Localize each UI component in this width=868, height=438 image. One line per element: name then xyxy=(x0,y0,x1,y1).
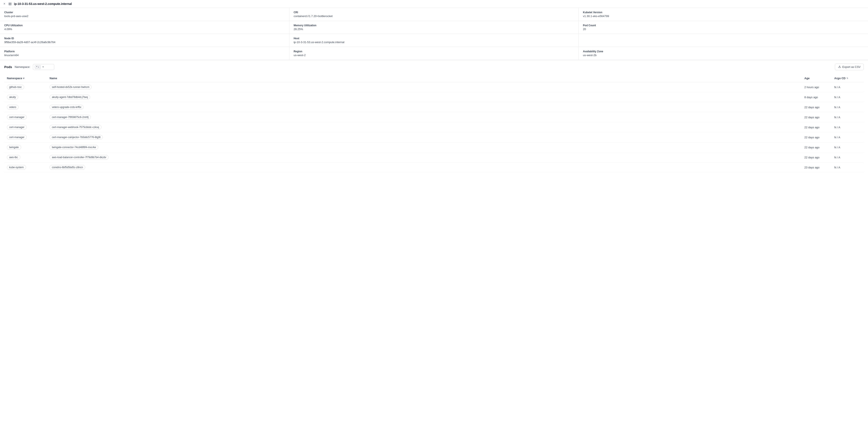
pods-table-container: Namespace ▾ Name Age Argo CD xyxy=(0,74,868,172)
info-cell: Pod Count20 xyxy=(579,21,868,34)
pod-name-cell: cert-manager-7f959875c6-2mhfj xyxy=(47,112,802,122)
table-row: aws-lbcaws-load-balancer-controller-7f79… xyxy=(4,153,864,162)
table-row: akuityakuity-agent-7dbd78db4d-j7twq8 day… xyxy=(4,92,864,102)
pod-name-pill: twingate-connector-74cd48f8f4-mxc4w xyxy=(50,145,98,149)
info-value: us-west-2b xyxy=(583,54,864,57)
namespace-filter-icon[interactable]: ▾ xyxy=(23,77,24,80)
pods-section: Pods Namespace: * × ▾ Export as CSV xyxy=(0,60,868,74)
info-value: linux/arm64 xyxy=(4,54,285,57)
pods-table: Namespace ▾ Name Age Argo CD xyxy=(4,74,864,172)
namespace-cell: twingate xyxy=(4,142,47,153)
node-title: ip-10-3-31-53.us-west-2.compute.internal xyxy=(14,2,72,5)
pods-title: Pods xyxy=(4,65,12,69)
pod-name-pill: akuity-agent-7dbd78db4d-j7twq xyxy=(50,95,90,99)
pod-name-cell: twingate-connector-74cd48f8f4-mxc4w xyxy=(47,142,802,153)
pod-name-cell: cert-manager-webhook-7575cbbdc-czksq xyxy=(47,122,802,132)
info-label: Node ID xyxy=(4,37,285,40)
pod-name-pill: aws-load-balancer-controller-7f79d9b7b4-… xyxy=(50,155,108,160)
info-value: 9f9be359-da28-4d07-ac4f-2c26a6c9b764 xyxy=(4,40,285,44)
table-row: github-rsscself-hosted-dx52k-runner-hwhc… xyxy=(4,82,864,92)
pod-name-pill: self-hosted-dx52k-runner-hwhcm xyxy=(50,85,92,90)
namespace-selector[interactable]: * × ▾ xyxy=(33,64,54,70)
age-cell: 2 hours ago xyxy=(802,82,832,92)
namespace-pill: kube-system xyxy=(7,165,26,170)
pod-name-cell: akuity-agent-7dbd78db4d-j7twq xyxy=(47,92,802,102)
argocd-cell: N / A xyxy=(832,92,864,102)
table-body: github-rsscself-hosted-dx52k-runner-hwhc… xyxy=(4,82,864,172)
namespace-cell: cert-manager xyxy=(4,132,47,142)
pod-name-cell: self-hosted-dx52k-runner-hwhcm xyxy=(47,82,802,92)
info-cell: CPU Utilization4.09% xyxy=(0,21,289,34)
info-label: Availability Zone xyxy=(583,50,864,53)
info-cell: Memory Utilization28.25% xyxy=(289,21,579,34)
info-label: Cluster xyxy=(4,11,285,14)
col-header-age: Age xyxy=(802,74,832,82)
info-cell: Hostip-10-3-31-53.us-west-2.compute.inte… xyxy=(289,34,579,47)
namespace-tag: * × xyxy=(35,65,41,69)
namespace-cell: cert-manager xyxy=(4,112,47,122)
pod-name-cell: coredns-6bf5d5bd5c-z8ncn xyxy=(47,162,802,172)
info-cell: Kubelet Versionv1.30.1-eks-e564799 xyxy=(579,8,868,21)
info-value: us-west-2 xyxy=(294,54,574,57)
info-grid: Clustertools-prd-aws-usw2CRIcontainerd:/… xyxy=(0,8,868,60)
info-value: tools-prd-aws-usw2 xyxy=(4,14,285,18)
info-cell: Clustertools-prd-aws-usw2 xyxy=(0,8,289,21)
namespace-cell: cert-manager xyxy=(4,122,47,132)
table-row: cert-managercert-manager-cainjector-7b5d… xyxy=(4,132,864,142)
argocd-cell: N / A xyxy=(832,122,864,132)
pod-name-pill: velero-upgrade-crds-krf6x xyxy=(50,105,84,109)
age-cell: 22 days ago xyxy=(802,132,832,142)
age-cell: 8 days ago xyxy=(802,92,832,102)
age-cell: 22 days ago xyxy=(802,153,832,162)
namespace-pill: cert-manager xyxy=(7,115,27,120)
table-row: cert-managercert-manager-7f959875c6-2mhf… xyxy=(4,112,864,122)
argocd-sort-icon: ⇅ xyxy=(846,77,848,79)
argocd-cell: N / A xyxy=(832,82,864,92)
argocd-cell: N / A xyxy=(832,162,864,172)
table-row: velerovelero-upgrade-crds-krf6x22 days a… xyxy=(4,102,864,112)
info-cell: Platformlinux/arm64 xyxy=(0,47,289,60)
table-row: cert-managercert-manager-webhook-7575cbb… xyxy=(4,122,864,132)
age-cell: 22 days ago xyxy=(802,142,832,153)
info-cell: Availability Zoneus-west-2b xyxy=(579,47,868,60)
info-value: 20 xyxy=(583,28,864,31)
title-bar: × ip-10-3-31-53.us-west-2.compute.intern… xyxy=(0,0,868,8)
info-label: Platform xyxy=(4,50,285,53)
namespace-cell: akuity xyxy=(4,92,47,102)
namespace-pill: velero xyxy=(7,105,19,109)
pod-name-cell: aws-load-balancer-controller-7f79d9b7b4-… xyxy=(47,153,802,162)
pod-name-pill: cert-manager-webhook-7575cbbdc-czksq xyxy=(50,125,101,130)
info-label: Pod Count xyxy=(583,24,864,27)
info-cell: CRIcontainerd://1.7.20+bottlerocket xyxy=(289,8,579,21)
col-header-name: Name xyxy=(47,74,802,82)
info-label: Kubelet Version xyxy=(583,11,864,14)
argocd-cell: N / A xyxy=(832,132,864,142)
info-value: v1.30.1-eks-e564799 xyxy=(583,14,864,18)
pod-name-pill: cert-manager-7f959875c6-2mhfj xyxy=(50,115,91,120)
pod-name-cell: velero-upgrade-crds-krf6x xyxy=(47,102,802,112)
close-button[interactable]: × xyxy=(3,2,5,5)
info-label: Region xyxy=(294,50,574,53)
col-header-namespace: Namespace ▾ xyxy=(4,74,47,82)
chevron-down-icon: ▾ xyxy=(42,66,44,68)
namespace-pill: akuity xyxy=(7,95,18,99)
info-value: 4.09% xyxy=(4,28,285,31)
table-header: Namespace ▾ Name Age Argo CD xyxy=(4,74,864,82)
server-icon xyxy=(8,2,12,5)
export-label: Export as CSV xyxy=(842,65,861,69)
col-header-argocd[interactable]: Argo CD ⇅ xyxy=(832,74,864,82)
info-label: CPU Utilization xyxy=(4,24,285,27)
pod-name-pill: coredns-6bf5d5bd5c-z8ncn xyxy=(50,165,85,170)
namespace-cell: github-rssc xyxy=(4,82,47,92)
info-value: containerd://1.7.20+bottlerocket xyxy=(294,14,574,18)
age-cell: 22 days ago xyxy=(802,102,832,112)
info-cell: Node ID9f9be359-da28-4d07-ac4f-2c26a6c9b… xyxy=(0,34,289,47)
argocd-cell: N / A xyxy=(832,112,864,122)
argocd-cell: N / A xyxy=(832,102,864,112)
age-cell: 22 days ago xyxy=(802,122,832,132)
table-header-row: Namespace ▾ Name Age Argo CD xyxy=(4,74,864,82)
namespace-tag-remove[interactable]: × xyxy=(38,66,39,68)
info-cell xyxy=(579,34,868,47)
table-row: kube-systemcoredns-6bf5d5bd5c-z8ncn23 da… xyxy=(4,162,864,172)
export-csv-button[interactable]: Export as CSV xyxy=(835,64,864,70)
